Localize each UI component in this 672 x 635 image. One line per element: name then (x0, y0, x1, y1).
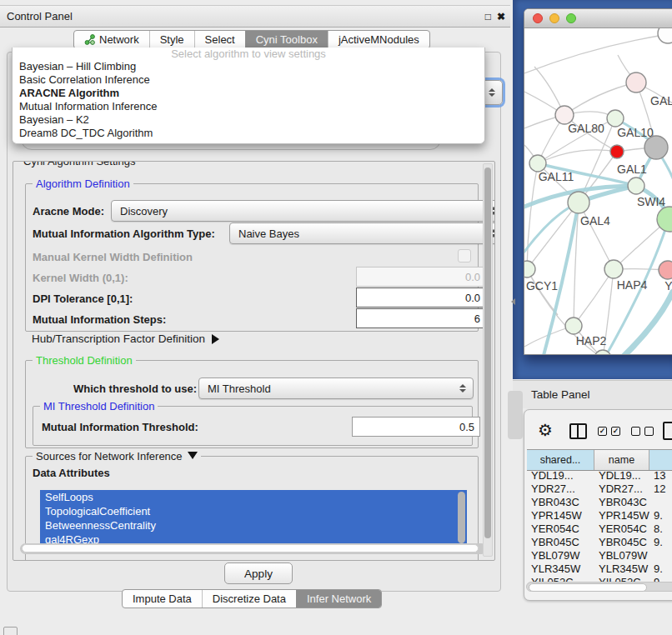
manual-kernel-checkbox[interactable] (458, 249, 471, 262)
which-threshold-label: Which threshold to use: (73, 382, 197, 395)
bottom-tab-infer-network[interactable]: Infer Network (296, 590, 381, 608)
unchecked-checkbox-icon[interactable] (644, 427, 654, 436)
mi-threshold-field[interactable]: 0.5 (352, 417, 480, 437)
table-row[interactable]: YDR27...YDR27...12 (527, 482, 672, 496)
bottom-tab-discretize-data[interactable]: Discretize Data (202, 590, 296, 608)
algorithm-option[interactable]: Bayesian – K2 (13, 113, 484, 127)
sources-title[interactable]: Sources for Network Inference (33, 450, 201, 462)
network-canvas[interactable]: GALGAL80GAL10GAL1GAL11SWI4GAL4GCY1HAP4YH… (524, 28, 672, 355)
network-edge (538, 150, 617, 163)
network-node[interactable] (610, 145, 624, 158)
columns-icon[interactable] (569, 423, 587, 439)
column-header[interactable]: shared... (527, 450, 594, 470)
dpi-tolerance-value: 0.0 (465, 292, 480, 304)
network-node[interactable] (658, 28, 672, 43)
settings-vertical-scrollbar[interactable] (483, 163, 493, 557)
attribute-item[interactable]: SelfLoops (40, 490, 467, 504)
network-node[interactable] (604, 260, 623, 278)
mi-algorithm-type-combo[interactable]: Naive Bayes (229, 222, 495, 244)
mi-steps-field[interactable]: 6 (356, 308, 486, 328)
network-node-label: GCY1 (526, 279, 558, 292)
network-node[interactable] (626, 72, 646, 92)
network-edge (524, 35, 664, 73)
cyni-settings-title: Cyni Algorithm Settings (20, 161, 138, 168)
tab-cyni-toolbox[interactable]: Cyni Toolbox (245, 31, 328, 48)
hub-section-label: Hub/Transcription Factor Definition (32, 332, 205, 345)
which-threshold-combo[interactable]: MI Threshold (198, 378, 474, 399)
table-row[interactable]: YBR043CYBR043C (527, 496, 672, 509)
table-row[interactable]: YDL19...YDL19...13 (527, 469, 672, 482)
checked-checkbox-icon[interactable]: ✓ (598, 427, 607, 436)
network-node[interactable] (524, 261, 535, 278)
minimize-traffic-light-icon[interactable] (549, 13, 559, 23)
threshold-definition-group: Threshold Definition Which threshold to … (25, 360, 479, 448)
network-node-label: GAL4 (580, 214, 610, 228)
network-node[interactable] (565, 318, 582, 334)
network-node-label: GAL1 (617, 162, 647, 176)
column-header[interactable] (649, 450, 672, 470)
network-node[interactable] (628, 178, 644, 194)
table-row[interactable]: YPR145WYPR145W9. (527, 509, 672, 522)
control-panel-titlebar: Control Panel □ ✖ (0, 5, 510, 28)
settings-horizontal-scrollbar[interactable] (20, 543, 487, 554)
bottom-tab-impute-data[interactable]: Impute Data (123, 590, 202, 608)
network-node[interactable] (607, 110, 624, 127)
algorithm-option[interactable]: Basic Correlation Inference (13, 73, 484, 87)
document-icon[interactable] (663, 422, 672, 440)
network-node-label: Y (664, 279, 672, 292)
network-node[interactable] (644, 136, 668, 159)
data-attributes-list[interactable]: SelfLoopsTopologicalCoefficientBetweenne… (40, 490, 467, 547)
network-node-label: GAL10 (617, 126, 654, 139)
table-row[interactable]: YBL079WYBL079W (527, 549, 672, 562)
table-row[interactable]: YLR345WYLR345W9. (527, 562, 672, 576)
hub-section-toggle[interactable]: Hub/Transcription Factor Definition (32, 332, 219, 345)
float-icon[interactable]: □ (485, 11, 491, 22)
tab-network[interactable]: Network (74, 31, 149, 48)
tab-jactivemnodules[interactable]: jActiveMNodules (328, 31, 429, 48)
tab-style[interactable]: Style (149, 31, 194, 48)
close-icon[interactable]: ✖ (497, 11, 505, 22)
mi-algorithm-type-value: Naive Bayes (238, 228, 299, 240)
network-window: GALGAL80GAL10GAL1GAL11SWI4GAL4GCY1HAP4YH… (524, 8, 672, 355)
combo-arrows-icon (459, 384, 466, 392)
attributes-scrollbar[interactable] (458, 492, 465, 543)
network-node[interactable] (529, 155, 546, 172)
table-toolbar: ⚙ ✓ ✓ (524, 417, 672, 447)
dpi-tolerance-field[interactable]: 0.0 (356, 288, 486, 308)
kernel-width-field[interactable]: 0.0 (356, 267, 486, 287)
gear-icon[interactable]: ⚙ (538, 420, 553, 440)
table-row[interactable]: YER054CYER054C8. (527, 522, 672, 536)
checked-checkbox-icon[interactable]: ✓ (611, 427, 620, 436)
table-header-row: shared...name (527, 449, 672, 471)
algorithm-option[interactable]: Mutual Information Inference (13, 100, 484, 113)
algorithm-option[interactable]: ARACNE Algorithm (13, 87, 484, 100)
algorithm-option[interactable]: Dream8 DC_TDC Algorithm (13, 127, 484, 140)
tab-select[interactable]: Select (194, 31, 245, 48)
split-pane-arrow-icon[interactable] (511, 298, 515, 305)
algorithm-option[interactable]: Bayesian – Hill Climbing (13, 60, 484, 73)
sources-title-text: Sources for Network Inference (36, 450, 183, 462)
aracne-mode-combo[interactable]: Discovery (111, 200, 495, 222)
zoom-traffic-light-icon[interactable] (566, 13, 576, 23)
mi-steps-label: Mutual Information Steps: (33, 313, 166, 326)
divider-handle[interactable] (508, 391, 523, 439)
table-horizontal-scrollbar[interactable] (526, 582, 672, 592)
aracne-mode-label: Aracne Mode: (33, 205, 104, 218)
attribute-item[interactable]: TopologicalCoefficient (40, 504, 467, 518)
minimized-panel-button[interactable] (3, 627, 18, 635)
network-node-label: GAL (650, 94, 672, 108)
column-header[interactable]: name (594, 450, 649, 470)
manual-kernel-label: Manual Kernel Width Definition (33, 251, 193, 263)
threshold-definition-title: Threshold Definition (33, 354, 136, 367)
table-row[interactable]: YBR045CYBR045C9. (527, 536, 672, 549)
algorithm-definition-title: Algorithm Definition (33, 178, 133, 190)
network-node[interactable] (568, 192, 589, 213)
unchecked-checkbox-icon[interactable] (631, 427, 640, 436)
network-edge (564, 82, 636, 115)
network-edge (527, 163, 538, 269)
network-node[interactable] (659, 261, 672, 279)
apply-button[interactable]: Apply (224, 562, 293, 584)
mi-algorithm-type-label: Mutual Information Algorithm Type: (33, 228, 215, 240)
close-traffic-light-icon[interactable] (533, 13, 543, 23)
attribute-item[interactable]: BetweennessCentrality (40, 518, 467, 532)
